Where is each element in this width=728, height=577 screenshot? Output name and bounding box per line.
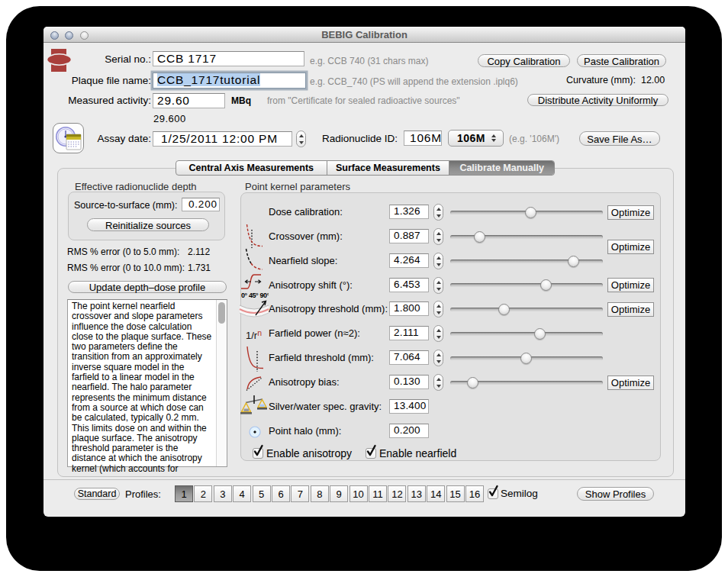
svg-text:0° 45° 90°: 0° 45° 90°: [241, 292, 269, 299]
